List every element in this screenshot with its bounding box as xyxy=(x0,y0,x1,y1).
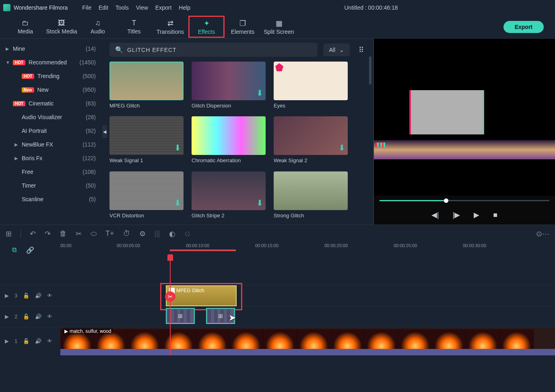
tab-titles[interactable]: TTitles xyxy=(116,16,152,38)
text-button[interactable]: T+ xyxy=(105,229,114,238)
audio-mix-button[interactable]: ||| xyxy=(155,229,160,238)
effect-thumb xyxy=(109,62,184,100)
speed-button[interactable]: ⏱ xyxy=(123,229,130,238)
menu-help[interactable]: Help xyxy=(179,4,190,11)
preview-glitch-artifact xyxy=(376,142,385,147)
layout-icon[interactable]: ⊞ xyxy=(6,229,12,238)
effect-clip[interactable]: MPEG Glitch xyxy=(166,285,237,306)
lock-icon[interactable]: 🔓 xyxy=(23,338,29,344)
timeline-settings-icon[interactable]: ⊙⋯ xyxy=(536,229,549,238)
download-icon: ⬇ xyxy=(174,198,181,208)
sidebar-item-recommended[interactable]: ▼HOTRecommended(1450) xyxy=(0,56,103,69)
menu-tools[interactable]: Tools xyxy=(116,4,129,11)
sidebar-item-ai-portrait[interactable]: AI Portrait(92) xyxy=(0,124,103,138)
track-header-1: ▶1 🔓 🔊 👁 xyxy=(0,338,60,344)
redo-button[interactable]: ↷ xyxy=(45,229,51,238)
playhead-cut-button[interactable]: ✂ xyxy=(165,291,175,302)
cut-button[interactable]: ✂ xyxy=(76,229,82,238)
preview-canvas[interactable] xyxy=(374,39,555,196)
stop-button[interactable]: ■ xyxy=(493,211,497,219)
effects-icon: ✦ xyxy=(204,19,210,28)
delete-button[interactable]: 🗑 xyxy=(60,229,67,238)
lock-icon[interactable]: 🔓 xyxy=(23,293,29,299)
track-play-icon[interactable]: ▶ xyxy=(5,338,9,344)
sidebar-item-newblue-fx[interactable]: ▶NewBlue FX(112) xyxy=(0,138,103,151)
tab-elements[interactable]: ❐Elements xyxy=(225,16,261,38)
sidebar-item-cinematic[interactable]: HOTCinematic(63) xyxy=(0,97,103,110)
sidebar-item-new[interactable]: NewNew(950) xyxy=(0,83,103,97)
mute-icon[interactable]: 🔊 xyxy=(35,338,41,344)
record-button[interactable]: ⊙ xyxy=(184,229,190,238)
sidebar-item-scanline[interactable]: Scanline(5) xyxy=(0,192,103,206)
mute-icon[interactable]: 🔊 xyxy=(35,293,41,299)
effects-scrollbar[interactable] xyxy=(369,56,371,85)
app-name: Wondershare Filmora xyxy=(14,4,68,11)
mute-icon[interactable]: 🔊 xyxy=(35,314,41,320)
seek-handle[interactable] xyxy=(444,198,448,203)
effect-card[interactable]: Strong Glitch xyxy=(274,171,348,221)
track-1-content[interactable]: ▶match, sulfur, wood xyxy=(60,327,555,355)
tab-transitions[interactable]: ⇄Transitions xyxy=(152,16,188,38)
effect-card[interactable]: ⬇VCR Distortion xyxy=(109,171,184,221)
placeholder-clip[interactable]: ⊞ xyxy=(206,308,235,324)
visibility-icon[interactable]: 👁 xyxy=(47,338,52,344)
range-indicator[interactable] xyxy=(170,250,236,251)
track-row-3: ▶3 🔓 🔊 👁 MPEG Glitch xyxy=(0,285,555,306)
effect-thumb xyxy=(192,116,266,155)
effect-card[interactable]: ⬇Weak Signal 1 xyxy=(109,116,184,165)
search-input[interactable] xyxy=(127,47,312,53)
effect-card[interactable]: Eyes xyxy=(274,62,348,111)
track-row-1: ▶1 🔓 🔊 👁 ▶match, sulfur, wood xyxy=(0,327,555,355)
effect-card[interactable]: ⬇Glitch Dispersion xyxy=(192,62,266,111)
undo-button[interactable]: ↶ xyxy=(30,229,36,238)
playhead-handle-icon[interactable] xyxy=(167,254,173,261)
track-2-content[interactable]: ⊞ ⊞ ➤ xyxy=(60,306,555,327)
playhead[interactable]: ✂ xyxy=(170,258,171,355)
link-icon[interactable]: 🔗 xyxy=(26,246,34,254)
prev-frame-button[interactable]: ◀| xyxy=(431,210,439,219)
tab-stock-media[interactable]: 🖼Stock Media xyxy=(43,16,80,38)
sidebar-collapse-handle[interactable]: ◀ xyxy=(102,125,107,138)
view-toggle-button[interactable]: ⠿ xyxy=(355,44,367,56)
track-play-icon[interactable]: ▶ xyxy=(5,314,9,320)
search-box[interactable]: 🔍 xyxy=(109,43,318,57)
sidebar-item-timer[interactable]: Timer(50) xyxy=(0,179,103,192)
preview-seek-bar[interactable] xyxy=(374,196,555,205)
effect-card[interactable]: ⬇Weak Signal 2 xyxy=(274,116,348,165)
sidebar-item-audio-visualizer[interactable]: Audio Visualizer(28) xyxy=(0,110,103,124)
filter-dropdown[interactable]: All ⌄ xyxy=(323,43,350,56)
add-track-icon[interactable]: ⧉ xyxy=(12,246,17,254)
crop-button[interactable]: ⬭ xyxy=(91,229,97,238)
track-row-2: ▶2 🔓 🔊 👁 ⊞ ⊞ ➤ xyxy=(0,306,555,327)
lock-icon[interactable]: 🔓 xyxy=(23,314,29,320)
next-frame-button[interactable]: |▶ xyxy=(453,210,460,219)
visibility-icon[interactable]: 👁 xyxy=(47,293,52,299)
effect-card[interactable]: Chromatic Aberration xyxy=(192,116,266,165)
track-play-icon[interactable]: ▶ xyxy=(5,293,9,299)
visibility-icon[interactable]: 👁 xyxy=(47,314,52,320)
tab-split-screen[interactable]: ▦Split Screen xyxy=(261,16,297,38)
tab-media[interactable]: 🗀Media xyxy=(7,16,43,38)
effects-sidebar[interactable]: ▶Mine(14) ▼HOTRecommended(1450) HOTTrend… xyxy=(0,39,103,225)
effect-thumb: ⬇ xyxy=(109,171,184,210)
play-button[interactable]: ▶ xyxy=(474,210,479,219)
effect-card[interactable]: ⬇Glitch Stripe 2 xyxy=(192,171,266,221)
sidebar-item-boris-fx[interactable]: ▶Boris Fx(122) xyxy=(0,151,103,165)
track-3-content[interactable]: MPEG Glitch xyxy=(60,285,555,306)
tab-effects[interactable]: ✦Effects xyxy=(188,16,225,38)
track-header-3: ▶3 🔓 🔊 👁 xyxy=(0,293,60,299)
sidebar-item-trending[interactable]: HOTTrending(500) xyxy=(0,69,103,83)
sidebar-item-mine[interactable]: ▶Mine(14) xyxy=(0,42,103,56)
color-button[interactable]: ◐ xyxy=(169,229,175,238)
menu-view[interactable]: View xyxy=(136,4,148,11)
sidebar-item-free[interactable]: Free(108) xyxy=(0,165,103,179)
menu-edit[interactable]: Edit xyxy=(99,4,108,11)
adjust-button[interactable]: ⚙ xyxy=(139,229,146,238)
menu-export[interactable]: Export xyxy=(155,4,171,11)
video-clip[interactable]: ▶match, sulfur, wood xyxy=(60,327,555,355)
tab-audio[interactable]: ♫Audio xyxy=(80,16,116,38)
timeline-ruler[interactable]: 00:00 00:00:05:00 00:00:10:00 00:00:15:0… xyxy=(60,242,555,258)
effect-card[interactable]: MPEG Glitch xyxy=(109,62,184,111)
menu-file[interactable]: File xyxy=(82,4,91,11)
export-button[interactable]: Export xyxy=(503,21,544,33)
